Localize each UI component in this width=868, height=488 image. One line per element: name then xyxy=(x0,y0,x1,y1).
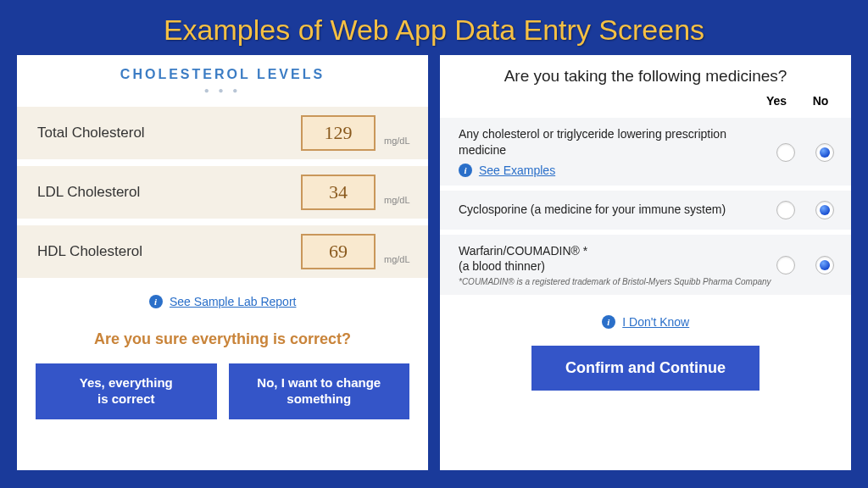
trademark-footnote: *COUMADIN® is a registered trademark of … xyxy=(459,276,776,288)
medicine-label: Cyclosporine (a medicine for your immune… xyxy=(459,202,726,216)
medicines-title: Are you taking the following medicines? xyxy=(440,55,851,94)
info-icon: i xyxy=(459,164,472,177)
radio-yes[interactable] xyxy=(776,143,795,162)
row-label: HDL Cholesterol xyxy=(37,243,301,260)
radio-no[interactable] xyxy=(815,201,834,219)
cholesterol-panel: CHOLESTEROL LEVELS ● ● ● Total Cholester… xyxy=(17,55,428,470)
medicines-panel: Are you taking the following medicines? … xyxy=(440,55,851,470)
radio-no[interactable] xyxy=(815,143,834,162)
cholesterol-header: CHOLESTEROL LEVELS xyxy=(17,55,428,86)
see-examples-link[interactable]: See Examples xyxy=(479,164,555,177)
medicine-text: Warfarin/COUMADIN® * (a blood thinner) *… xyxy=(459,243,776,288)
row-label: LDL Cholesterol xyxy=(37,184,301,201)
unit-label: mg/dL xyxy=(384,136,413,151)
radio-group xyxy=(776,256,834,274)
total-cholesterol-input[interactable] xyxy=(301,115,376,151)
medicine-label: Warfarin/COUMADIN® * (a blood thinner) xyxy=(459,244,587,274)
decorative-dots: ● ● ● xyxy=(17,86,428,95)
radio-group xyxy=(776,201,834,219)
column-header-yes: Yes xyxy=(765,94,788,108)
radio-yes[interactable] xyxy=(776,201,795,219)
radio-group xyxy=(776,143,834,162)
panels-container: CHOLESTEROL LEVELS ● ● ● Total Cholester… xyxy=(0,55,868,470)
yes-no-header: Yes No xyxy=(440,94,851,113)
radio-yes[interactable] xyxy=(776,256,795,274)
confirm-question: Are you sure everything is correct? xyxy=(17,330,428,348)
i-dont-know-link[interactable]: I Don't Know xyxy=(622,315,689,329)
dont-know-row: i I Don't Know xyxy=(440,313,851,329)
medicine-row: Any cholesterol or triglyceride lowering… xyxy=(440,118,851,186)
hdl-cholesterol-input[interactable] xyxy=(301,234,376,269)
medicine-row: Warfarin/COUMADIN® * (a blood thinner) *… xyxy=(440,235,851,295)
info-icon: i xyxy=(602,315,615,329)
unit-label: mg/dL xyxy=(384,195,413,210)
row-label: Total Cholesterol xyxy=(37,125,301,141)
cholesterol-row-total: Total Cholesterol mg/dL xyxy=(17,107,428,159)
info-icon: i xyxy=(149,295,163,308)
medicine-label: Any cholesterol or triglyceride lowering… xyxy=(459,127,726,157)
medicine-row: Cyclosporine (a medicine for your immune… xyxy=(440,191,851,230)
confirm-button-row: Yes, everything is correct No, I want to… xyxy=(17,363,428,419)
see-sample-lab-report-link[interactable]: See Sample Lab Report xyxy=(170,295,296,308)
sample-link-row: i See Sample Lab Report xyxy=(17,293,428,308)
medicine-text: Any cholesterol or triglyceride lowering… xyxy=(459,126,776,179)
radio-no[interactable] xyxy=(815,256,834,274)
unit-label: mg/dL xyxy=(384,254,413,269)
column-header-no: No xyxy=(809,94,832,108)
ldl-cholesterol-input[interactable] xyxy=(301,175,376,210)
no-change-button[interactable]: No, I want to change something xyxy=(229,363,410,419)
slide-title: Examples of Web App Data Entry Screens xyxy=(0,0,868,55)
cholesterol-row-hdl: HDL Cholesterol mg/dL xyxy=(17,225,428,278)
confirm-and-continue-button[interactable]: Confirm and Continue xyxy=(531,346,760,391)
cholesterol-row-ldl: LDL Cholesterol mg/dL xyxy=(17,166,428,219)
medicine-text: Cyclosporine (a medicine for your immune… xyxy=(459,202,776,218)
yes-correct-button[interactable]: Yes, everything is correct xyxy=(36,363,217,419)
